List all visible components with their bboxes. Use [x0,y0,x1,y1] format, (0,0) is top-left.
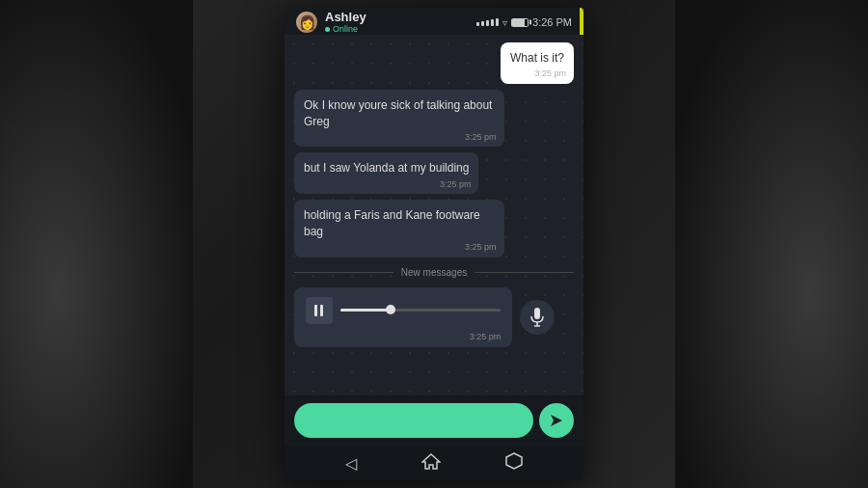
message-time: 3:25 pm [465,241,497,254]
message-time: 3:25 pm [534,68,566,80]
phone-frame: 👩 Ashley Online ▿ 3:26 PM [285,8,583,480]
avatar: 👩 [296,12,317,33]
status-bar: 👩 Ashley Online ▿ 3:26 PM [285,8,583,35]
divider-label: New messages [401,267,467,278]
signal-icon [476,18,499,26]
message-text: but I saw Yolanda at my building [304,161,469,175]
mic-icon [529,308,545,327]
svg-marker-4 [422,454,440,469]
message-time: 3:25 pm [465,131,497,144]
audio-slider[interactable] [340,309,501,312]
online-dot [325,27,330,32]
audio-time: 3:25 pm [470,332,502,341]
svg-marker-5 [506,453,522,469]
bg-left-blur [0,0,193,488]
svg-rect-0 [534,308,540,319]
contact-header: 👩 Ashley Online [296,11,366,34]
send-icon [549,413,564,428]
chat-area: What is it? 3:25 pm Ok I know youre sick… [285,35,583,395]
new-messages-divider: New messages [294,267,574,278]
contact-name: Ashley [325,11,366,24]
audio-bubble: 3:25 pm [294,287,512,347]
pause-icon [314,305,324,316]
input-area [285,395,583,446]
divider-line-left [294,272,393,273]
recent-apps-button[interactable] [505,452,523,474]
contact-info: Ashley Online [325,11,366,34]
message-text: holding a Faris and Kane footware bag [304,208,480,238]
svg-marker-3 [551,415,562,426]
audio-thumb [386,305,395,314]
message-input[interactable] [294,403,533,438]
bg-right-blur [675,0,868,488]
message-bubble-received-1: Ok I know youre sick of talking about Gr… [294,90,504,148]
status-icons: ▿ 3:26 PM [476,16,572,28]
divider-line-right [475,272,574,273]
mic-button[interactable] [520,300,555,335]
wifi-icon: ▿ [502,17,507,28]
battery-icon [511,18,529,27]
bottom-nav: ◁ [285,446,583,480]
home-button[interactable] [421,452,441,474]
send-button[interactable] [539,403,574,438]
audio-progress [340,309,389,312]
audio-track [340,309,501,312]
audio-message-row: 3:25 pm [294,287,574,347]
back-button[interactable]: ◁ [345,454,357,473]
pause-button[interactable] [306,297,333,324]
message-bubble-received-3: holding a Faris and Kane footware bag 3:… [294,200,504,258]
accent-bar [580,8,583,35]
message-time: 3:25 pm [440,178,472,191]
message-bubble-sent: What is it? 3:25 pm [501,42,574,84]
contact-status: Online [325,24,366,34]
message-text: What is it? [510,51,564,65]
time-display: 3:26 PM [532,16,572,28]
message-text: Ok I know youre sick of talking about Gr… [304,98,492,128]
message-bubble-received-2: but I saw Yolanda at my building 3:25 pm [294,152,478,194]
